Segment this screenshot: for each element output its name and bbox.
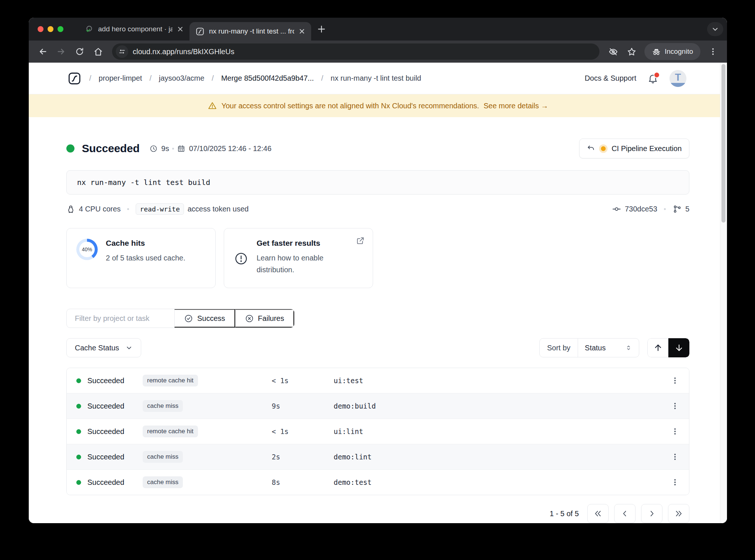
ci-pipeline-execution-button[interactable]: CI Pipeline Execution — [579, 139, 689, 158]
incognito-badge[interactable]: Incognito — [644, 43, 700, 60]
notifications-bell-icon[interactable] — [647, 73, 658, 84]
task-name[interactable]: ui:test — [334, 377, 665, 385]
calendar-icon — [177, 144, 185, 153]
branch-icon — [672, 204, 682, 214]
sort-by-label: Sort by — [540, 339, 578, 357]
task-status-dot — [76, 429, 81, 434]
filter-input[interactable] — [67, 309, 174, 328]
close-tab-icon[interactable] — [177, 26, 184, 32]
cache-hits-title: Cache hits — [106, 239, 185, 248]
cache-hit-donut-chart: 40% — [76, 239, 98, 260]
password-eye-off-icon[interactable] — [605, 43, 622, 60]
run-command-box: nx run-many -t lint test build — [66, 170, 689, 195]
banner-see-more-link[interactable]: See more details → — [484, 102, 549, 110]
breadcrumb-separator: / — [212, 74, 214, 83]
task-menu-kebab-icon[interactable] — [671, 478, 679, 487]
tab-search-chevron-icon[interactable] — [707, 22, 723, 36]
task-menu-kebab-icon[interactable] — [671, 402, 679, 410]
task-row[interactable]: Succeeded cache miss 9s demo:build — [67, 393, 689, 419]
warning-triangle-icon — [208, 101, 217, 111]
forward-button[interactable] — [53, 43, 69, 60]
nx-logo-icon[interactable] — [67, 71, 82, 86]
task-row[interactable]: Succeeded cache miss 8s demo:test — [67, 469, 689, 495]
user-avatar[interactable]: T — [669, 70, 686, 87]
task-status-dot — [76, 480, 81, 485]
close-window-button[interactable] — [38, 26, 44, 32]
breadcrumb: / proper-limpet / jaysoo3/acme / Merge 8… — [67, 71, 421, 86]
filter-success-button[interactable]: Success — [174, 309, 235, 328]
breadcrumb-repo[interactable]: jaysoo3/acme — [159, 74, 204, 83]
task-row[interactable]: Succeeded cache miss 2s demo:lint — [67, 444, 689, 469]
zoom-window-button[interactable] — [58, 26, 63, 32]
task-row[interactable]: Succeeded remote cache hit < 1s ui:lint — [67, 419, 689, 444]
run-details-content: Succeeded 9s 07/10/2025 12:46 - 12:46 CI… — [66, 139, 689, 523]
bookmark-star-icon[interactable] — [624, 43, 640, 60]
x-circle-icon — [245, 314, 254, 323]
select-updown-icon — [625, 344, 632, 351]
separator-dot — [664, 208, 666, 210]
task-status-dot — [76, 404, 81, 409]
task-duration: 8s — [272, 478, 334, 486]
previous-page-button[interactable] — [614, 504, 636, 523]
branch-count[interactable]: 5 — [685, 205, 689, 213]
next-page-button[interactable] — [641, 504, 662, 523]
address-bar[interactable]: cloud.nx.app/runs/BkIXGHleUs — [112, 43, 599, 60]
breadcrumb-commit[interactable]: Merge 85d500f42d5a9b47... — [221, 74, 314, 83]
docs-support-link[interactable]: Docs & Support — [585, 74, 636, 83]
task-menu-kebab-icon[interactable] — [671, 427, 679, 436]
nx-cloud-favicon-icon — [195, 27, 205, 36]
breadcrumb-workspace[interactable]: proper-limpet — [99, 74, 142, 83]
sort-descending-button[interactable] — [668, 338, 689, 357]
back-button[interactable] — [35, 43, 51, 60]
task-name[interactable]: demo:lint — [334, 453, 665, 461]
task-name[interactable]: demo:build — [334, 402, 665, 410]
browser-toolbar: cloud.nx.app/runs/BkIXGHleUs Incognito — [29, 41, 727, 63]
browser-tab-github-pr[interactable]: add hero component · jaysoo — [79, 21, 189, 37]
chevron-down-icon — [125, 344, 133, 351]
site-settings-icon[interactable] — [116, 45, 128, 58]
cache-hits-card: 40% Cache hits 2 of 5 tasks used cache. — [66, 228, 216, 288]
separator-dot — [127, 208, 129, 210]
browser-tab-nx-run[interactable]: nx run-many -t lint test ... fro — [189, 22, 311, 41]
sort-ascending-button[interactable] — [647, 338, 668, 357]
breadcrumb-separator: / — [321, 74, 323, 83]
sort-direction-toggle — [647, 338, 689, 357]
info-circle-icon — [234, 251, 248, 276]
list-controls-row: Cache Status Sort by Status — [66, 338, 689, 357]
summary-cards: 40% Cache hits 2 of 5 tasks used cache. — [66, 228, 689, 288]
new-tab-button[interactable] — [316, 24, 327, 34]
cache-status-dropdown[interactable]: Cache Status — [66, 338, 141, 357]
breadcrumb-run[interactable]: nx run-many -t lint test build — [331, 74, 421, 83]
task-menu-kebab-icon[interactable] — [671, 452, 679, 461]
close-tab-icon[interactable] — [299, 28, 305, 35]
get-faster-results-card[interactable]: Get faster results Learn how to enable d… — [224, 228, 373, 288]
scrollbar-thumb[interactable] — [721, 64, 726, 223]
run-status-title: Succeeded — [82, 142, 140, 155]
arrow-down-icon — [674, 343, 684, 353]
cpu-cores-label: 4 CPU cores — [79, 205, 121, 213]
page-scrollbar[interactable] — [720, 63, 727, 523]
task-menu-kebab-icon[interactable] — [671, 376, 679, 385]
pipeline-status-dot — [601, 146, 606, 151]
filter-failures-button[interactable]: Failures — [235, 309, 294, 328]
faster-results-title: Get faster results — [257, 239, 349, 248]
reload-button[interactable] — [72, 43, 88, 60]
breadcrumb-separator: / — [89, 74, 91, 83]
sort-field-select[interactable]: Status — [578, 339, 639, 357]
commit-sha[interactable]: 730dce53 — [625, 205, 657, 213]
home-button[interactable] — [90, 43, 106, 60]
first-page-button[interactable] — [587, 504, 609, 523]
minimize-window-button[interactable] — [48, 26, 53, 32]
cache-hits-subtitle: 2 of 5 tasks used cache. — [106, 252, 185, 264]
last-page-button[interactable] — [668, 504, 689, 523]
pagination: 1 - 5 of 5 — [66, 504, 689, 523]
task-name[interactable]: ui:lint — [334, 427, 665, 435]
external-link-icon[interactable] — [356, 236, 365, 245]
task-name[interactable]: demo:test — [334, 478, 665, 486]
run-meta-row: 4 CPU cores read-write access token used… — [66, 203, 689, 215]
browser-menu-kebab-icon[interactable] — [705, 43, 721, 60]
notification-dot — [654, 72, 660, 78]
tab-title: add hero component · jaysoo — [98, 25, 173, 33]
check-circle-icon — [184, 314, 193, 323]
task-row[interactable]: Succeeded remote cache hit < 1s ui:test — [67, 368, 689, 393]
